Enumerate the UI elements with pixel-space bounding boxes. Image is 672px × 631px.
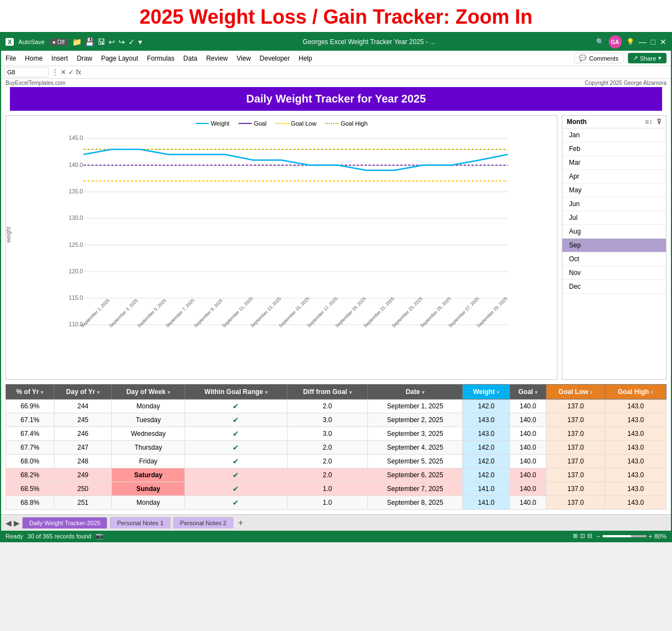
redo-icon[interactable]: ↪ [118,37,125,46]
formula-bar-controls: ⋮ ✕ ✓ fx [52,68,81,76]
cell-goal: 140.0 [510,468,546,482]
month-item-jun[interactable]: Jun [562,197,666,211]
page-break-icon[interactable]: ⊟ [587,532,592,540]
comments-button[interactable]: 💬 Comments [574,53,623,63]
month-item-aug[interactable]: Aug [562,225,666,239]
legend-goal-high: Goal High [325,120,367,127]
add-sheet-button[interactable]: + [238,518,243,528]
zoom-plus-icon[interactable]: + [649,533,652,540]
table-row: 67.4% 246 Wednesday ✔ 3.0 September 3, 2… [6,427,666,441]
cell-date: September 8, 2025 [367,496,463,510]
svg-text:September 25, 2025: September 25, 2025 [419,296,452,328]
cell-reference-input[interactable] [4,67,48,77]
sheet-tab-daily[interactable]: Daily Weight Tracker-2025 [22,517,107,528]
cloud-save-icon[interactable]: 🖫 [97,37,105,46]
cell-day-yr: 247 [54,441,112,455]
camera-icon[interactable]: 📷 [96,532,104,540]
cell-pct: 67.7% [6,441,55,455]
month-item-sep[interactable]: Sep [562,239,666,252]
month-item-feb[interactable]: Feb [562,142,666,156]
cell-weight: 141.0 [463,496,510,510]
svg-text:115.0: 115.0 [69,295,83,301]
cell-goal-high: 143.0 [605,400,666,413]
close-button[interactable]: ✕ [660,37,666,46]
table-row: 68.8% 251 Monday ✔ 1.0 September 8, 2025… [6,496,666,510]
cell-goal-high: 143.0 [605,441,666,455]
cell-day-yr: 251 [54,496,112,510]
col-header-diff-goal[interactable]: Diff from Goal ▾ [287,385,367,400]
zoom-slider[interactable]: − + 80% [597,533,666,540]
ribbon-tab-help[interactable]: Help [299,55,312,62]
cell-in-range: ✔ [185,496,288,510]
ribbon-tab-developer[interactable]: Developer [259,55,290,62]
undo-icon[interactable]: ↩ [109,37,115,46]
month-sidebar-header: Month ≡↕ ⊽ [562,116,666,128]
search-icon[interactable]: 🔍 [596,38,604,46]
formula-expand-icon[interactable]: ⋮ [52,68,58,76]
cell-day-yr: 246 [54,427,112,441]
folder-icon[interactable]: 📁 [72,37,82,46]
month-item-nov[interactable]: Nov [562,266,666,280]
ribbon-tab-review[interactable]: Review [206,55,227,62]
month-item-may[interactable]: May [562,184,666,197]
col-header-date[interactable]: Date ▾ [367,385,463,400]
normal-view-icon[interactable]: ⊞ [573,532,578,540]
month-item-jan[interactable]: Jan [562,128,666,142]
autosave-toggle[interactable]: ● Off [49,39,68,46]
sheet-tab-notes1[interactable]: Personal Notes 1 [110,517,170,528]
zoom-minus-icon[interactable]: − [597,533,600,540]
tab-prev[interactable]: ◀ [6,519,12,527]
ribbon-tab-data[interactable]: Data [183,55,197,62]
cell-in-range: ✔ [185,468,288,482]
cell-diff: 2.0 [287,455,367,468]
watermark-right: Copyright 2025 George Alzamora [585,80,666,86]
formula-cancel-icon[interactable]: ✕ [61,68,66,76]
maximize-button[interactable]: □ [651,37,655,46]
col-header-goal[interactable]: Goal ▾ [510,385,546,400]
sheet-tab-notes2[interactable]: Personal Notes 2 [173,517,234,528]
cell-in-range: ✔ [185,441,288,455]
formula-confirm-icon[interactable]: ✓ [68,68,74,76]
month-item-apr[interactable]: Apr [562,170,666,184]
col-header-weight[interactable]: Weight ▾ [463,385,510,400]
cell-weight: 142.0 [463,455,510,468]
col-header-goal-low[interactable]: Goal Low ▾ [546,385,605,400]
svg-text:September 5, 2025: September 5, 2025 [137,298,167,328]
month-item-mar[interactable]: Mar [562,156,666,170]
legend-goal-low: Goal Low [275,120,316,127]
ribbon-tab-home[interactable]: Home [25,55,42,62]
check-icon[interactable]: ✓ [128,37,135,46]
ribbon-tab-insert[interactable]: Insert [51,55,68,62]
more-icon[interactable]: ▾ [138,37,142,46]
sort-icon[interactable]: ≡↕ [645,118,652,126]
ribbon-tab-formulas[interactable]: Formulas [147,55,175,62]
minimize-button[interactable]: — [639,37,647,46]
col-header-day-week[interactable]: Day of Week ▾ [112,385,185,400]
month-item-dec[interactable]: Dec [562,280,666,294]
cell-diff: 1.0 [287,482,367,496]
cell-weight: 143.0 [463,427,510,441]
cell-day-yr: 244 [54,400,112,413]
ribbon-tab-file[interactable]: File [6,55,16,62]
month-item-oct[interactable]: Oct [562,252,666,266]
cell-goal: 140.0 [510,413,546,427]
svg-text:145.0: 145.0 [69,135,83,141]
save-icon[interactable]: 💾 [85,37,94,46]
share-button[interactable]: ↗ Share ▾ [628,53,666,63]
tab-next[interactable]: ▶ [14,519,20,527]
col-header-day-yr[interactable]: Day of Yr ▾ [54,385,112,400]
month-item-jul[interactable]: Jul [562,211,666,225]
ribbon-tab-draw[interactable]: Draw [77,55,92,62]
ribbon-tab-view[interactable]: View [237,55,251,62]
lightbulb-icon[interactable]: 💡 [626,38,635,46]
ribbon-tab-page-layout[interactable]: Page Layout [101,55,138,62]
page-view-icon[interactable]: ⊡ [580,532,585,540]
col-header-within-goal[interactable]: Within Goal Range ▾ [185,385,288,400]
sheet-title: Daily Weight Tracker for Year 2025 [10,87,662,111]
col-header-goal-high[interactable]: Goal High ▾ [605,385,666,400]
filter-icon[interactable]: ⊽ [657,118,662,126]
col-header-pct[interactable]: % of Yr ▾ [6,385,55,400]
cell-day-week: Wednesday [112,427,185,441]
zoom-level: 80% [654,533,666,540]
ribbon-menu: File Home Insert Draw Page Layout Formul… [1,51,671,66]
